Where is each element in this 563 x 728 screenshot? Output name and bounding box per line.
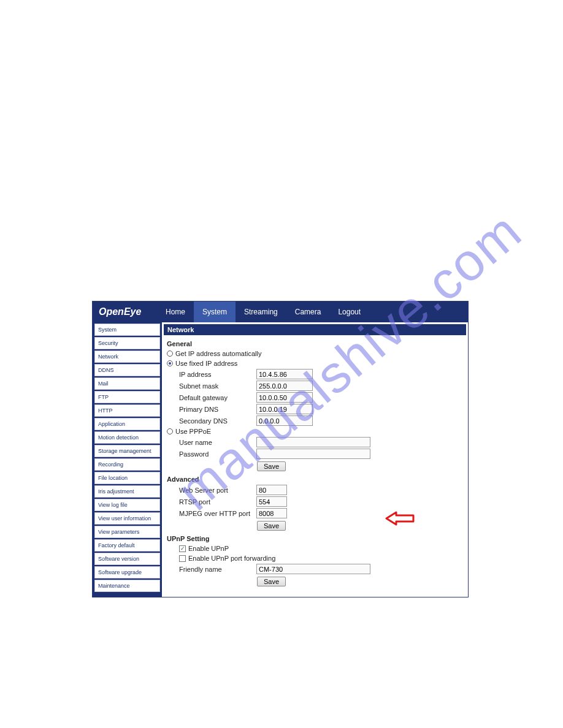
secondary-dns-input[interactable]: [256, 415, 313, 426]
sidebar-item-system[interactable]: System: [94, 324, 160, 336]
subnet-mask-label: Subnet mask: [179, 382, 251, 390]
friendly-name-input[interactable]: [256, 564, 370, 574]
sidebar-item-filelocation[interactable]: File location: [94, 472, 160, 484]
sidebar: System Security Network DDNS Mail FTP HT…: [93, 322, 162, 597]
sidebar-item-application[interactable]: Application: [94, 418, 160, 430]
enable-upnp-checkbox[interactable]: ✓: [179, 545, 186, 552]
brand-logo: OpenEye: [93, 306, 157, 317]
radio-pppoe[interactable]: [167, 428, 173, 434]
sidebar-item-swupgrade[interactable]: Software upgrade: [94, 566, 160, 578]
primary-dns-label: Primary DNS: [179, 406, 251, 413]
sidebar-item-viewuser[interactable]: View user information: [94, 512, 160, 525]
sidebar-item-security[interactable]: Security: [94, 337, 160, 349]
general-heading: General: [162, 338, 468, 349]
general-save-button[interactable]: Save: [257, 461, 286, 471]
sidebar-item-iris[interactable]: Iris adjustment: [94, 485, 160, 498]
main-content: Network General Get IP address automatic…: [162, 322, 468, 597]
sidebar-item-ddns[interactable]: DDNS: [94, 364, 160, 376]
mjpeg-port-input[interactable]: [256, 508, 287, 518]
sidebar-item-mail[interactable]: Mail: [94, 377, 160, 390]
sidebar-item-motion[interactable]: Motion detection: [94, 431, 160, 444]
nav-logout[interactable]: Logout: [329, 301, 369, 322]
top-nav: OpenEye Home System Streaming Camera Log…: [93, 301, 468, 322]
subnet-mask-input[interactable]: [256, 381, 313, 391]
pppoe-username-label: User name: [179, 439, 251, 446]
rtsp-port-label: RTSP port: [179, 498, 251, 506]
upnp-save-button[interactable]: Save: [257, 577, 286, 586]
radio-fixed-ip[interactable]: [167, 360, 173, 366]
advanced-save-button[interactable]: Save: [257, 521, 286, 531]
default-gateway-label: Default gateway: [179, 394, 251, 401]
advanced-heading: Advanced: [162, 473, 468, 484]
sidebar-item-http[interactable]: HTTP: [94, 404, 160, 417]
enable-upnp-fwd-checkbox[interactable]: [179, 555, 186, 562]
sidebar-item-recording[interactable]: Recording: [94, 458, 160, 471]
admin-panel: OpenEye Home System Streaming Camera Log…: [92, 301, 469, 597]
sidebar-item-viewparams[interactable]: View parameters: [94, 526, 160, 538]
radio-pppoe-label: Use PPPoE: [175, 428, 211, 435]
radio-fixed-ip-label: Use fixed IP address: [175, 360, 237, 367]
web-port-label: Web Server port: [179, 487, 251, 494]
friendly-name-label: Friendly name: [179, 566, 251, 573]
ip-address-label: IP address: [179, 371, 251, 378]
secondary-dns-label: Secondary DNS: [179, 417, 251, 425]
page-title: Network: [164, 324, 466, 335]
primary-dns-input[interactable]: [256, 404, 313, 414]
nav-streaming[interactable]: Streaming: [236, 301, 286, 322]
pppoe-username-input[interactable]: [256, 437, 370, 447]
sidebar-item-swversion[interactable]: Software version: [94, 553, 160, 565]
pppoe-password-input[interactable]: [256, 449, 370, 459]
nav-camera[interactable]: Camera: [286, 301, 330, 322]
radio-auto-ip-label: Get IP address automatically: [175, 350, 261, 357]
ip-address-input[interactable]: [256, 369, 313, 379]
sidebar-item-ftp[interactable]: FTP: [94, 391, 160, 403]
upnp-heading: UPnP Setting: [162, 533, 468, 544]
nav-home[interactable]: Home: [157, 301, 194, 322]
radio-auto-ip[interactable]: [167, 351, 173, 357]
enable-upnp-fwd-label: Enable UPnP port forwarding: [188, 555, 275, 562]
nav-system[interactable]: System: [194, 301, 236, 322]
rtsp-port-input[interactable]: [256, 496, 287, 507]
sidebar-item-maintenance[interactable]: Maintenance: [94, 580, 160, 592]
pppoe-password-label: Password: [179, 450, 251, 458]
sidebar-item-factory[interactable]: Factory default: [94, 539, 160, 552]
mjpeg-port-label: MJPEG over HTTP port: [179, 510, 251, 517]
default-gateway-input[interactable]: [256, 392, 313, 403]
sidebar-item-storage[interactable]: Storage management: [94, 445, 160, 457]
sidebar-item-network[interactable]: Network: [94, 351, 160, 363]
sidebar-item-viewlog[interactable]: View log file: [94, 499, 160, 511]
enable-upnp-label: Enable UPnP: [188, 545, 229, 552]
web-port-input[interactable]: [256, 485, 287, 495]
